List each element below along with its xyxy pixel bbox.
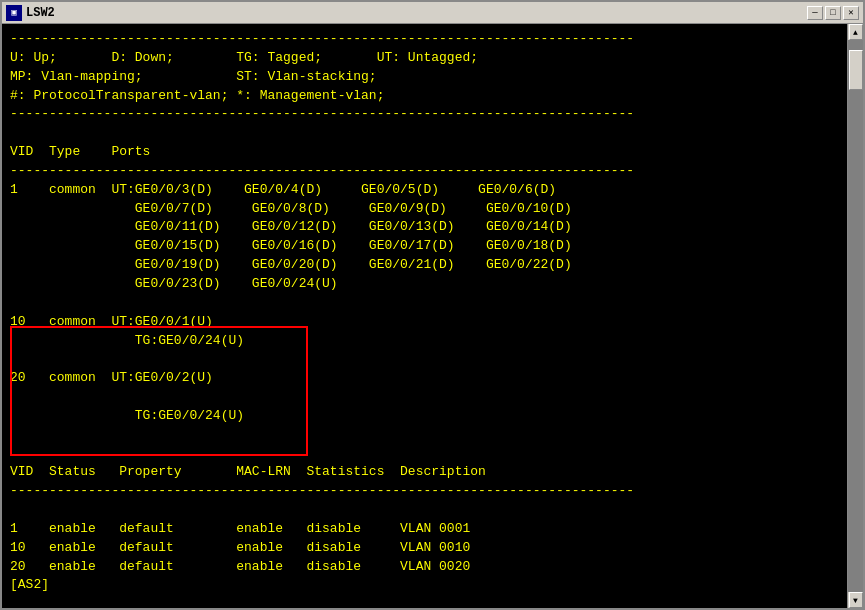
- terminal-output[interactable]: ----------------------------------------…: [2, 24, 847, 601]
- scroll-thumb[interactable]: [849, 50, 863, 90]
- main-window: ▣ LSW2 ─ □ ✕ ---------------------------…: [0, 0, 865, 610]
- content-area: ----------------------------------------…: [2, 24, 863, 608]
- scrollbar[interactable]: ▲ ▼: [847, 24, 863, 608]
- maximize-button[interactable]: □: [825, 6, 841, 20]
- terminal-wrapper: ----------------------------------------…: [2, 24, 847, 608]
- scroll-up-button[interactable]: ▲: [849, 24, 863, 40]
- title-bar: ▣ LSW2 ─ □ ✕: [2, 2, 863, 24]
- window-icon: ▣: [6, 5, 22, 21]
- close-button[interactable]: ✕: [843, 6, 859, 20]
- scroll-track: [848, 40, 863, 592]
- title-bar-buttons: ─ □ ✕: [807, 6, 859, 20]
- scroll-down-button[interactable]: ▼: [849, 592, 863, 608]
- window-title: LSW2: [26, 6, 807, 20]
- minimize-button[interactable]: ─: [807, 6, 823, 20]
